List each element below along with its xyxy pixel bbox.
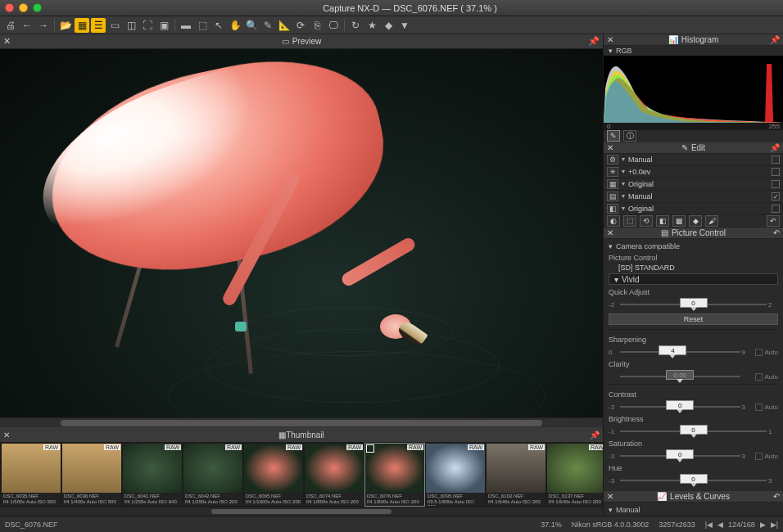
edit-row-manual_pc[interactable]: ▤▾Manual <box>604 191 783 203</box>
close-icon[interactable]: ✕ <box>607 492 613 501</box>
edit-tab-adjust[interactable]: ✎ <box>607 130 620 142</box>
histogram-channel-row[interactable]: ▾ RGB <box>604 46 783 56</box>
picture-control-title: Picture Control <box>672 228 726 237</box>
view-compare-button[interactable]: ◫ <box>124 18 138 33</box>
rotate-button[interactable]: ⟳ <box>293 18 308 33</box>
brightness-slider[interactable]: -1 0 1 <box>609 426 778 436</box>
zoom-tool-button[interactable]: 🔍 <box>244 18 259 33</box>
reset-button[interactable]: Reset <box>609 313 778 325</box>
star-button[interactable]: ★ <box>364 18 379 33</box>
open-button[interactable]: 📂 <box>58 18 73 33</box>
pin-icon[interactable]: 📌 <box>770 143 780 152</box>
tone-tool-button[interactable]: ◐ <box>607 215 620 227</box>
thumbnail-title: Thumbnail <box>286 431 324 440</box>
forward-button[interactable]: → <box>36 18 51 33</box>
thumbnail-item[interactable]: DSC_6102.NEFf/4 1/640s Auto ISO 200 <box>487 444 545 506</box>
thumbnail-item[interactable]: DSC_6076.NEFf/4 1/800s Auto ISO 200 <box>365 444 424 506</box>
hue-slider[interactable]: -3 0 3 <box>609 476 778 485</box>
print-button[interactable]: 🖨 <box>3 18 18 33</box>
pointer-tool-button[interactable]: ↖ <box>211 18 226 33</box>
filter-button[interactable]: ▼ <box>397 18 412 33</box>
thumbnail-scrollbar[interactable] <box>0 507 603 516</box>
eyedropper-button[interactable]: ✎ <box>260 18 275 33</box>
close-icon[interactable]: ✕ <box>607 143 613 152</box>
preset-value: Vivid <box>622 275 640 284</box>
close-icon[interactable]: ✕ <box>607 228 613 237</box>
sharpening-auto-checkbox[interactable]: Auto <box>755 349 778 356</box>
close-icon[interactable]: ✕ <box>3 431 10 440</box>
thumbnail-item[interactable]: DSC_6036.NEFf/4 1/400s Auto ISO 500 <box>62 444 121 506</box>
edit-row-checkbox[interactable] <box>772 156 780 164</box>
undo-icon[interactable]: ↶ <box>773 228 780 237</box>
undo-icon[interactable]: ↶ <box>773 492 780 501</box>
edit-row-checkbox[interactable] <box>772 168 780 176</box>
contrast-auto-checkbox[interactable]: Auto <box>755 404 778 411</box>
preview-canvas[interactable] <box>0 49 603 417</box>
clarity-auto-checkbox[interactable]: Auto <box>755 373 778 381</box>
close-icon[interactable]: ✕ <box>3 36 11 47</box>
clarity-slider[interactable]: 0.00 <box>609 372 752 381</box>
chevron-down-icon: ▾ <box>622 192 625 200</box>
pin-icon[interactable]: 📌 <box>770 35 780 44</box>
thumbnail-image <box>547 444 603 493</box>
noise-tool-button[interactable]: ▩ <box>672 215 686 227</box>
zoom-window-button[interactable] <box>33 3 42 12</box>
edit-row-exposure[interactable]: ☀▾+0.0ev <box>604 166 783 178</box>
last-button[interactable]: ▶| <box>771 521 778 529</box>
scrollbar-thumb[interactable] <box>61 420 543 426</box>
next-button[interactable]: ▶ <box>760 521 766 529</box>
pin-icon[interactable]: 📌 <box>588 36 600 47</box>
refresh-button[interactable]: ↻ <box>348 18 363 33</box>
thumbnail-icon: ▦ <box>278 431 286 440</box>
edit-row-checkbox[interactable] <box>772 192 780 201</box>
close-icon[interactable]: ✕ <box>607 35 613 44</box>
view-thumbnails-button[interactable]: ▦ <box>75 18 89 33</box>
brush-tool-button[interactable]: 🖌 <box>705 215 718 227</box>
edit-row-original2[interactable]: ◧▾Original <box>604 203 783 215</box>
edit-row-checkbox[interactable] <box>772 205 780 213</box>
thumbnail-item[interactable]: DSC_6095.NEFf/3.5 1/800s Auto ISO 200 <box>426 444 485 506</box>
camera-compatible-row[interactable]: ▾ Camera compatible <box>609 241 778 252</box>
saturation-auto-checkbox[interactable]: Auto <box>755 453 778 460</box>
close-window-button[interactable] <box>5 3 14 12</box>
thumbnail-item[interactable]: DSC_6137.NEFf/4 1/640s Auto ISO 200 <box>547 444 603 506</box>
preview-scrollbar[interactable] <box>0 417 603 427</box>
minimize-window-button[interactable] <box>19 3 28 12</box>
scrollbar-thumb[interactable] <box>211 509 392 514</box>
edit-row-manual_top[interactable]: ⚙▾Manual <box>604 154 783 166</box>
thumbnail-item[interactable]: DSC_6041.NEFf/4 1/250s Auto ISO 640 <box>123 444 182 506</box>
first-button[interactable]: |◀ <box>705 521 713 529</box>
crop-tool2-button[interactable]: ⬚ <box>623 215 636 227</box>
crop-tool-button[interactable]: ⬚ <box>195 18 210 33</box>
thumbnail-item[interactable]: DSC_6074.NEFf/4 1/800s Auto ISO 200 <box>305 444 364 506</box>
levels-tool-button[interactable]: ◧ <box>656 215 669 227</box>
label-button[interactable]: ◆ <box>381 18 396 33</box>
sharpen-tool-button[interactable]: ◆ <box>689 215 702 227</box>
sharpening-slider[interactable]: 0 4 9 <box>609 347 752 357</box>
hand-tool-button[interactable]: ✋ <box>228 18 242 33</box>
thumbnail-item[interactable]: DSC_6042.NEFf/4 1/250s Auto ISO 200 <box>183 444 242 506</box>
undo-button[interactable]: ↶ <box>767 215 780 227</box>
contrast-slider[interactable]: -3 0 3 <box>609 402 752 412</box>
picture-control-preset-dropdown[interactable]: ▾ Vivid <box>609 273 778 285</box>
edit-tab-metadata[interactable]: ⓘ <box>623 130 636 142</box>
view-list-button[interactable]: ☰ <box>91 18 106 33</box>
histogram-toggle-button[interactable]: ▬ <box>179 18 193 33</box>
saturation-slider[interactable]: -3 0 3 <box>609 451 752 461</box>
fit-button[interactable]: ▣ <box>156 18 171 33</box>
straighten-button[interactable]: 📐 <box>277 18 292 33</box>
export-button[interactable]: ⎘ <box>310 18 324 33</box>
prev-button[interactable]: ◀ <box>717 521 723 529</box>
back-button[interactable]: ← <box>20 18 34 33</box>
monitor-button[interactable]: 🖵 <box>326 18 341 33</box>
view-preview-button[interactable]: ▭ <box>107 18 122 33</box>
thumbnail-item[interactable]: DSC_6065.NEFf/4 1/1600s Auto ISO 200 <box>244 444 303 506</box>
levels-manual-row[interactable]: ▾ Manual <box>609 504 778 516</box>
edit-row-checkbox[interactable] <box>772 180 780 188</box>
edit-row-original1[interactable]: ▦▾Original <box>604 178 783 191</box>
pin-icon[interactable]: 📌 <box>590 431 600 440</box>
rotate-tool-button[interactable]: ⟲ <box>640 215 653 227</box>
quick-adjust-slider[interactable]: -2 0 2 <box>609 300 778 309</box>
thumbnail-item[interactable]: DSC_6035.NEFf/4 1/500s Auto ISO 500 <box>2 444 61 506</box>
fullscreen-button[interactable]: ⛶ <box>140 18 155 33</box>
